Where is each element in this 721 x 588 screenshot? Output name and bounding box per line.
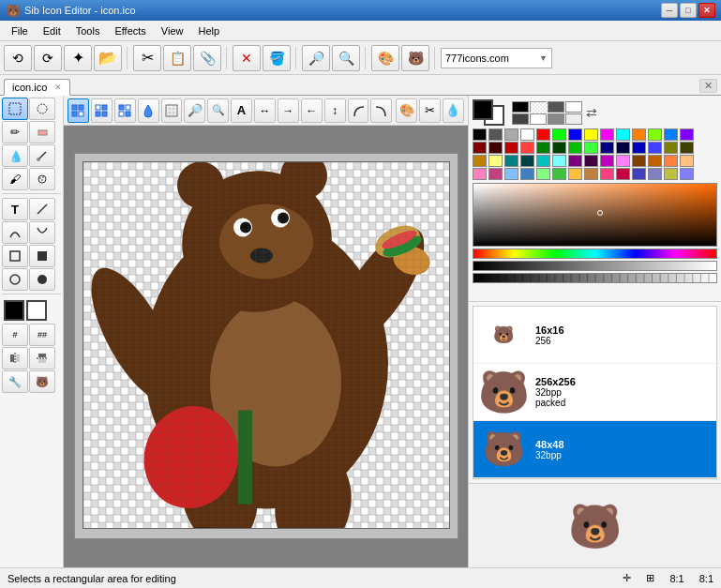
close-button[interactable]: ✕ bbox=[698, 3, 715, 18]
palette-color-8[interactable] bbox=[600, 128, 614, 141]
toolbar-zoom-out[interactable]: 🔍 bbox=[332, 45, 360, 71]
palette-color-42[interactable] bbox=[473, 168, 487, 180]
palette-color-11[interactable] bbox=[648, 128, 662, 141]
palette-color-32[interactable] bbox=[536, 155, 550, 167]
swatch-white2[interactable] bbox=[530, 113, 547, 125]
tool-spray[interactable] bbox=[29, 168, 55, 190]
url-input[interactable] bbox=[445, 53, 539, 64]
palette-color-23[interactable] bbox=[616, 142, 630, 154]
palette-color-54[interactable] bbox=[664, 168, 678, 180]
palette-color-27[interactable] bbox=[680, 142, 694, 154]
tool-brush[interactable]: 🖌 bbox=[2, 168, 28, 190]
canvas-btn-right2[interactable]: ✂ bbox=[419, 98, 441, 123]
canvas-btn-grid3[interactable] bbox=[114, 98, 136, 123]
palette-color-7[interactable] bbox=[584, 128, 598, 141]
swatch-gray[interactable] bbox=[548, 101, 564, 113]
palette-color-33[interactable] bbox=[552, 155, 566, 167]
toolbar-back[interactable]: ⟲ bbox=[4, 45, 32, 71]
palette-color-41[interactable] bbox=[680, 155, 694, 167]
swap-colors-icon[interactable]: ⇄ bbox=[586, 105, 597, 120]
tool-grid-large[interactable]: ## bbox=[29, 324, 55, 346]
palette-color-18[interactable] bbox=[536, 142, 550, 154]
palette-color-24[interactable] bbox=[632, 142, 646, 154]
tool-import[interactable]: 🔧 bbox=[2, 370, 28, 393]
palette-color-44[interactable] bbox=[504, 168, 518, 180]
fg-color-box[interactable] bbox=[4, 300, 24, 321]
swatch-mid[interactable] bbox=[548, 113, 564, 125]
palette-color-30[interactable] bbox=[504, 155, 518, 167]
icon-size-list[interactable]: 🐻 16x16 256 🐻 256x256 32bpp packed 🐻 48x… bbox=[473, 306, 717, 479]
tool-line[interactable] bbox=[29, 198, 55, 220]
bg-color-box[interactable] bbox=[26, 300, 47, 321]
palette-color-5[interactable] bbox=[552, 128, 566, 141]
tool-select-rect[interactable] bbox=[2, 98, 28, 120]
palette-color-28[interactable] bbox=[473, 155, 487, 167]
palette-color-38[interactable] bbox=[632, 155, 646, 167]
swatch-black[interactable] bbox=[512, 101, 529, 113]
palette-color-48[interactable] bbox=[568, 168, 582, 180]
canvas-btn-arrow-u[interactable]: ↕ bbox=[324, 98, 346, 123]
toolbar-copy[interactable]: 📋 bbox=[163, 45, 191, 71]
palette-color-22[interactable] bbox=[600, 142, 614, 154]
palette-color-55[interactable] bbox=[680, 168, 694, 180]
palette-color-20[interactable] bbox=[568, 142, 582, 154]
pixel-canvas[interactable] bbox=[83, 161, 450, 529]
icon-size-item-3[interactable]: 🐻 40x40 32bpp bbox=[473, 478, 716, 479]
palette-color-10[interactable] bbox=[632, 128, 646, 141]
swatch-white[interactable] bbox=[565, 101, 582, 113]
toolbar-fill[interactable]: 🪣 bbox=[263, 45, 291, 71]
tool-eraser[interactable] bbox=[29, 121, 55, 143]
palette-color-36[interactable] bbox=[600, 155, 614, 167]
toolbar-open[interactable]: 📂 bbox=[94, 45, 122, 71]
maximize-button[interactable]: □ bbox=[680, 3, 697, 18]
gray-bar[interactable] bbox=[473, 261, 717, 271]
canvas-btn-arrow-r[interactable]: → bbox=[278, 98, 299, 123]
palette-color-16[interactable] bbox=[504, 142, 518, 154]
url-dropdown-arrow[interactable]: ▼ bbox=[539, 53, 548, 63]
palette-color-1[interactable] bbox=[488, 128, 503, 141]
palette-color-3[interactable] bbox=[520, 128, 534, 141]
canvas-btn-arrow-lr[interactable]: ↔ bbox=[254, 98, 276, 123]
toolbar-paste[interactable]: 📎 bbox=[193, 45, 221, 71]
palette-color-39[interactable] bbox=[648, 155, 662, 167]
bw-bar[interactable] bbox=[473, 273, 717, 283]
foreground-color[interactable] bbox=[473, 99, 493, 120]
palette-color-0[interactable] bbox=[473, 128, 487, 141]
palette-color-9[interactable] bbox=[616, 128, 630, 141]
palette-color-52[interactable] bbox=[632, 168, 646, 180]
canvas-btn-gridview[interactable] bbox=[161, 98, 183, 123]
tool-mirror-v[interactable] bbox=[29, 347, 55, 369]
icon-size-item-0[interactable]: 🐻 16x16 256 bbox=[473, 307, 716, 364]
gray-bar-canvas[interactable] bbox=[473, 261, 717, 271]
swatch-checker[interactable] bbox=[530, 101, 547, 113]
canvas-btn-drop[interactable] bbox=[138, 98, 159, 123]
swatch-light[interactable] bbox=[565, 113, 582, 125]
canvas-btn-grid2[interactable] bbox=[91, 98, 113, 123]
palette-color-34[interactable] bbox=[568, 155, 582, 167]
menu-help[interactable]: Help bbox=[190, 23, 227, 38]
tool-text[interactable]: T bbox=[2, 198, 28, 220]
tool-export[interactable]: 🐻 bbox=[29, 370, 55, 393]
palette-color-40[interactable] bbox=[664, 155, 678, 167]
icon-size-item-2[interactable]: 🐻 48x48 32bpp bbox=[473, 421, 716, 478]
palette-color-6[interactable] bbox=[568, 128, 582, 141]
swatch-dark[interactable] bbox=[512, 113, 529, 125]
tool-curve[interactable] bbox=[2, 221, 28, 244]
palette-color-13[interactable] bbox=[680, 128, 694, 141]
canvas-btn-zoom-in[interactable]: 🔎 bbox=[184, 98, 205, 123]
tool-mirror-h[interactable] bbox=[2, 347, 28, 369]
canvas-btn-text[interactable]: A bbox=[231, 98, 252, 123]
minimize-button[interactable]: ─ bbox=[661, 3, 678, 18]
palette-color-43[interactable] bbox=[488, 168, 503, 180]
menu-effects[interactable]: Effects bbox=[107, 23, 153, 38]
canvas-btn-curve-r[interactable] bbox=[370, 98, 392, 123]
canvas-btn-arrow-l[interactable]: ← bbox=[301, 98, 323, 123]
palette-color-37[interactable] bbox=[616, 155, 630, 167]
tool-curve2[interactable] bbox=[29, 221, 55, 244]
canvas-btn-right3[interactable]: 💧 bbox=[443, 98, 464, 123]
palette-color-53[interactable] bbox=[648, 168, 662, 180]
toolbar-forward[interactable]: ⟳ bbox=[34, 45, 62, 71]
palette-color-14[interactable] bbox=[473, 142, 487, 154]
menu-edit[interactable]: Edit bbox=[36, 23, 68, 38]
palette-color-12[interactable] bbox=[664, 128, 678, 141]
